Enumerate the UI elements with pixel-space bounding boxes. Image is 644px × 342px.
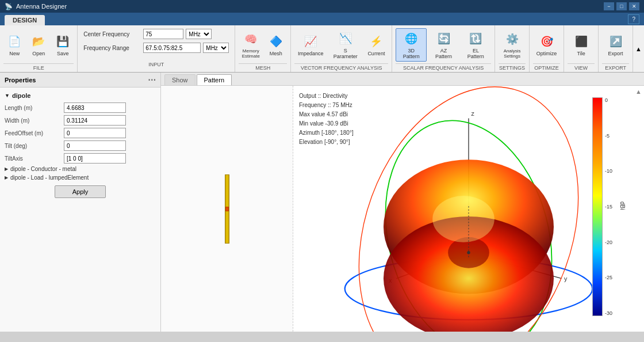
property-row: Width (m) [5,115,156,126]
scalar-freq-buttons: 🌐 3D Pattern 🔄 AZ Pattern 🔃 EL Pattern [396,28,491,62]
scalar-freq-label: SCALAR FREQUENCY ANALYSIS [396,63,491,72]
main-area: Properties ⋯ ▼ dipole Length (m) Width (… [0,73,644,332]
impedance-button[interactable]: 📈 Impedance [294,31,327,59]
analysis-settings-icon: ⚙️ [504,31,520,47]
property-row: FeedOffset (m) [5,128,156,138]
property-input[interactable] [64,115,126,126]
view-buttons: ⬛ Tile [570,28,593,62]
analysis-settings-button[interactable]: ⚙️ AnalysisSettings [500,29,524,61]
vector-freq-buttons: 📈 Impedance 📉 S Parameter ⚡ Current [294,28,388,62]
title-bar: 📡 Antenna Designer − □ ✕ [0,0,644,13]
mesh-section: 🧠 MemoryEstimate 🔷 Mesh MESH [235,25,291,72]
colorbar-10: -10 [605,168,612,174]
conductor-label: dipole - Conductor - metal [10,166,76,172]
3d-pattern-icon: 🌐 [403,31,419,47]
freq-range-input[interactable] [143,43,201,53]
viz-area: Show Pattern Output :: Directivity Frequ… [161,73,644,332]
memory-icon: 🧠 [243,31,259,47]
maximize-button[interactable]: □ [616,2,627,10]
app-title: Antenna Designer [16,3,67,10]
mesh-button[interactable]: 🔷 Mesh [264,31,288,59]
apply-button[interactable]: Apply [55,185,106,198]
conductor-subsection[interactable]: ▶ dipole - Conductor - metal [5,166,156,172]
title-bar-controls: − □ ✕ [604,2,639,10]
file-section-label: FILE [3,63,74,72]
new-button[interactable]: 📄 New [3,31,26,59]
freq-range-label: Frequency Range [83,45,141,51]
property-label: Tilt (deg) [5,143,59,149]
pattern-3d-svg: z x y [293,86,644,332]
mesh-section-label: MESH [239,63,287,72]
colorbar-labels: 0 -5 -10 -15 -20 -25 -30 [603,97,612,316]
s-parameter-button[interactable]: 📉 S Parameter [328,28,363,62]
export-buttons: ↗️ Export [604,28,627,62]
pattern-3d-button[interactable]: 🌐 3D Pattern [396,28,427,62]
analysis-settings-label: AnalysisSettings [504,48,521,59]
design-tab[interactable]: DESIGN [5,15,45,25]
load-label: dipole - Load - lumpedElement [10,174,89,181]
az-pattern-button[interactable]: 🔄 AZ Pattern [428,28,459,62]
az-pattern-icon: 🔄 [436,31,452,47]
colorbar-gradient [592,97,603,316]
ribbon-tabs: DESIGN ? [0,13,644,25]
show-tab[interactable]: Show [164,74,195,85]
property-input[interactable] [64,153,126,164]
current-button[interactable]: ⚡ Current [365,31,388,59]
app-icon: 📡 [5,3,13,10]
save-icon: 💾 [55,33,71,50]
colorbar-15: -15 [605,204,612,210]
help-button[interactable]: ? [628,14,639,24]
property-row: TiltAxis [5,153,156,164]
ribbon-collapse-arrow[interactable]: ▲ [633,25,644,72]
property-label: Length (m) [5,105,59,111]
tile-icon: ⬛ [573,33,589,50]
memory-label: MemoryEstimate [242,48,260,59]
property-input[interactable] [64,140,126,151]
property-input[interactable] [64,128,126,138]
title-bar-left: 📡 Antenna Designer [5,3,67,10]
view-section-label: VIEW [568,63,595,72]
s-param-icon: 📉 [338,31,354,47]
antenna-stick [225,174,229,244]
antenna-feed [225,207,229,211]
center-freq-unit-select[interactable]: MHz [186,29,212,39]
colorbar-25: -25 [605,275,612,280]
file-buttons: 📄 New 📂 Open 💾 Save [3,28,74,62]
view-section: ⬛ Tile VIEW [564,25,599,72]
pattern-container: Output :: Directivity Frequency :: 75 MH… [161,86,644,332]
el-pattern-button[interactable]: 🔃 EL Pattern [461,28,491,62]
left-panel: Properties ⋯ ▼ dipole Length (m) Width (… [0,73,161,332]
open-button[interactable]: 📂 Open [27,31,50,59]
panel-menu-icon[interactable]: ⋯ [148,75,156,85]
colorbar-container: 0 -5 -10 -15 -20 -25 -30 [592,97,612,316]
close-button[interactable]: ✕ [629,2,639,10]
dipole-section-header[interactable]: ▼ dipole [5,92,156,99]
save-button[interactable]: 💾 Save [51,31,74,59]
property-input[interactable] [64,102,126,113]
optimize-button[interactable]: 🎯 Optimize [533,31,561,59]
colorbar-unit: dBi [619,202,626,210]
pattern-tab[interactable]: Pattern [197,74,232,85]
tile-button[interactable]: ⬛ Tile [570,31,593,59]
center-freq-input[interactable] [143,29,183,39]
input-section: Center Frequency MHz Frequency Range MHz… [78,25,235,72]
optimize-section-label: OPTIMIZE [533,63,560,72]
panel-content: ▼ dipole Length (m) Width (m) FeedOffset… [0,88,160,332]
freq-range-unit-select[interactable]: MHz [203,43,229,53]
panel-title: Properties [5,77,36,83]
expand-arrow[interactable]: ▲ [635,88,642,95]
minimize-button[interactable]: − [604,2,614,10]
antenna-preview-inner [225,151,229,267]
properties-container: Length (m) Width (m) FeedOffset (m) Tilt… [5,102,156,164]
load-subsection[interactable]: ▶ dipole - Load - lumpedElement [5,174,156,181]
y-axis-label: y [564,275,568,282]
panel-header: Properties ⋯ [0,73,160,88]
property-row: Length (m) [5,102,156,113]
center-freq-row: Center Frequency MHz [83,29,229,39]
impedance-icon: 📈 [302,33,319,50]
colorbar-0: 0 [605,97,612,103]
export-button[interactable]: ↗️ Export [604,31,627,59]
donut-highlight [432,196,494,242]
memory-estimate-button[interactable]: 🧠 MemoryEstimate [239,29,263,61]
property-label: Width (m) [5,117,59,124]
